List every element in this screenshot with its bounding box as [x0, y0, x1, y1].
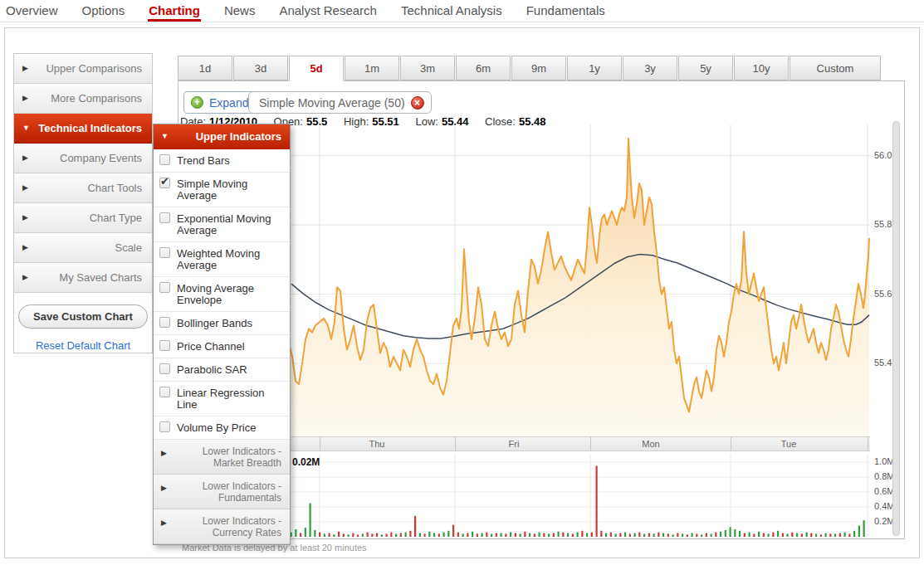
plus-icon: + — [191, 96, 203, 109]
indicator-option-bollinger-bands[interactable]: Bollinger Bands — [154, 312, 290, 335]
chevron-right-icon: ▶ — [22, 144, 28, 173]
indicator-option-parabolic-sar[interactable]: Parabolic SAR — [154, 358, 290, 382]
nav-item-technical-analysis[interactable]: Technical Analysis — [400, 0, 503, 22]
top-navigation: Overview Options Charting News Analyst R… — [0, 0, 924, 22]
checkbox-icon[interactable] — [159, 387, 170, 397]
sidebar-item-company-events[interactable]: ▶Company Events — [14, 144, 152, 173]
x-axis-tick — [455, 437, 456, 451]
indicator-option-weighted-moving-average[interactable]: Weighted Moving Average — [154, 242, 290, 277]
nav-item-options[interactable]: Options — [81, 0, 126, 22]
sidebar-item-my-saved-charts[interactable]: ▶My Saved Charts — [14, 263, 152, 293]
chevron-right-icon: ▶ — [22, 84, 28, 113]
sidebar-item-chart-tools[interactable]: ▶Chart Tools — [14, 173, 152, 203]
nav-item-fundamentals[interactable]: Fundamentals — [526, 0, 606, 22]
chevron-right-icon: ▶ — [161, 517, 167, 528]
x-axis-tick — [868, 437, 868, 451]
x-axis-label: Mon — [642, 439, 659, 449]
volume-axis-label: 1.0M — [874, 456, 894, 466]
sidebar-item-scale[interactable]: ▶Scale — [14, 233, 152, 263]
timeframe-tabs: 1d 3d 5d 1m 3m 6m 9m 1y 3y 5y 10y Custom — [178, 56, 882, 81]
chevron-right-icon: ▶ — [22, 203, 28, 232]
checkbox-checked-icon[interactable] — [159, 178, 170, 188]
accordion-lower-indicators-fundamentals[interactable]: ▶Lower Indicators - Fundamentals — [154, 475, 290, 509]
x-axis-tick — [320, 437, 320, 451]
tab-10y[interactable]: 10y — [734, 56, 789, 80]
volume-axis-label: 0.2M — [874, 516, 894, 526]
x-axis-label: Fri — [509, 439, 520, 449]
reset-default-chart-link[interactable]: Reset Default Chart — [14, 339, 152, 352]
indicator-option-simple-moving-average[interactable]: Simple Moving Average — [154, 173, 290, 207]
current-volume-label: 0.02M — [292, 456, 320, 468]
sidebar-item-chart-type[interactable]: ▶Chart Type — [14, 203, 152, 233]
volume-axis-label: 0.6M — [874, 486, 894, 496]
sidebar-accordion: ▶Upper Comparisons ▶More Comparisons ▼Te… — [13, 53, 153, 353]
checkbox-icon[interactable] — [159, 212, 170, 223]
x-axis-label: Thu — [369, 439, 385, 449]
tab-6m[interactable]: 6m — [456, 56, 511, 80]
upper-indicators-header[interactable]: ▼ Upper Indicators — [154, 124, 290, 149]
tab-1d[interactable]: 1d — [178, 56, 232, 80]
vertical-scrollbar[interactable] — [892, 121, 900, 536]
chevron-right-icon: ▶ — [22, 233, 28, 262]
tab-3m[interactable]: 3m — [400, 56, 455, 80]
checkbox-icon[interactable] — [159, 421, 170, 432]
sidebar-item-upper-comparisons[interactable]: ▶Upper Comparisons — [14, 54, 152, 84]
nav-item-overview[interactable]: Overview — [5, 0, 59, 22]
checkbox-icon[interactable] — [159, 363, 170, 374]
chevron-right-icon: ▶ — [22, 54, 28, 83]
checkbox-icon[interactable] — [159, 154, 170, 165]
charting-workspace: ▶Upper Comparisons ▶More Comparisons ▼Te… — [4, 27, 920, 558]
sidebar-actions: Save Custom Chart Reset Default Chart — [14, 293, 152, 352]
nav-item-news[interactable]: News — [223, 0, 257, 22]
accordion-lower-indicators-market-breadth[interactable]: ▶Lower Indicators - Market Breadth — [154, 440, 290, 475]
indicator-option-exponential-moving-average[interactable]: Exponential Moving Average — [154, 207, 290, 242]
sidebar-item-more-comparisons[interactable]: ▶More Comparisons — [14, 84, 152, 114]
save-custom-chart-button[interactable]: Save Custom Chart — [18, 304, 148, 329]
indicator-option-volume-by-price[interactable]: Volume By Price — [154, 416, 290, 440]
tab-5y[interactable]: 5y — [678, 56, 733, 80]
volume-axis-label: 0.8M — [874, 471, 894, 481]
checkbox-icon[interactable] — [159, 317, 170, 328]
indicator-option-linear-regression-line[interactable]: Linear Regression Line — [154, 382, 290, 416]
tab-3d[interactable]: 3d — [233, 56, 288, 80]
nav-item-analyst-research[interactable]: Analyst Research — [278, 0, 378, 22]
x-axis-tick — [731, 437, 731, 451]
chevron-right-icon: ▶ — [22, 263, 28, 292]
accordion-lower-indicators-currency-rates[interactable]: ▶Lower Indicators - Currency Rates — [154, 509, 290, 544]
tab-1y[interactable]: 1y — [567, 56, 622, 80]
checkbox-icon[interactable] — [159, 247, 170, 258]
chevron-down-icon: ▼ — [161, 124, 169, 149]
indicator-option-trend-bars[interactable]: Trend Bars — [154, 149, 290, 173]
upper-indicators-dropdown: ▼ Upper Indicators Trend Bars Simple Mov… — [153, 124, 291, 545]
remove-indicator-icon[interactable]: × — [411, 96, 424, 110]
tab-custom[interactable]: Custom — [790, 56, 881, 80]
chevron-right-icon: ▶ — [161, 447, 167, 459]
chevron-down-icon: ▼ — [22, 114, 30, 143]
checkbox-icon[interactable] — [159, 340, 170, 351]
chevron-right-icon: ▶ — [161, 482, 167, 494]
checkbox-icon[interactable] — [159, 282, 170, 293]
tab-5d[interactable]: 5d — [289, 56, 344, 81]
indicator-option-price-channel[interactable]: Price Channel — [154, 335, 290, 358]
tab-1m[interactable]: 1m — [345, 56, 399, 80]
x-axis-tick — [590, 437, 591, 451]
volume-axis-label: 0.4M — [874, 501, 894, 511]
sidebar-item-technical-indicators[interactable]: ▼Technical Indicators — [14, 114, 152, 144]
tab-9m[interactable]: 9m — [511, 56, 566, 80]
chevron-right-icon: ▶ — [22, 173, 28, 202]
indicator-option-moving-average-envelope[interactable]: Moving Average Envelope — [154, 277, 290, 312]
indicator-chip-sma50: Simple Moving Average (50) × — [248, 91, 432, 114]
tab-3y[interactable]: 3y — [623, 56, 677, 80]
nav-item-charting[interactable]: Charting — [148, 0, 201, 22]
x-axis-label: Tue — [781, 439, 797, 449]
